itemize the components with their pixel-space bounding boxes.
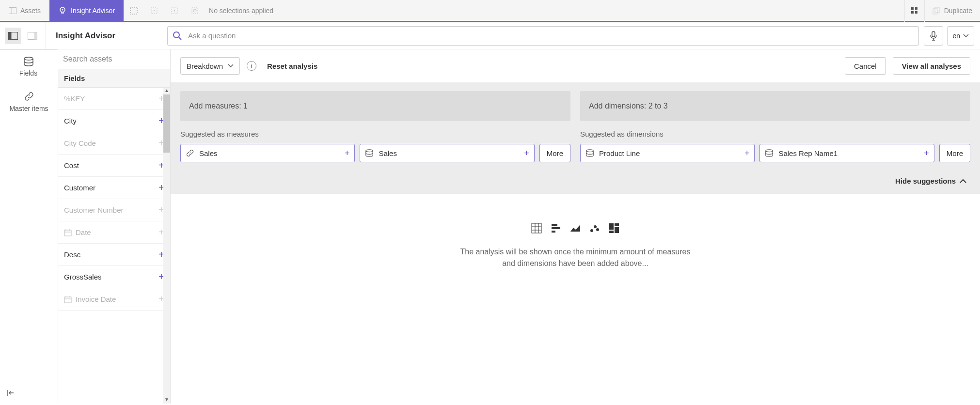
duplicate-icon xyxy=(933,7,940,15)
panel-toggle-group xyxy=(0,22,46,49)
svg-rect-29 xyxy=(64,297,71,303)
add-dimensions-dropzone[interactable]: Add dimensions: 2 to 3 xyxy=(580,91,970,121)
svg-rect-42 xyxy=(552,227,560,229)
field-row[interactable]: City+ xyxy=(58,110,170,132)
panel-left-icon xyxy=(8,32,18,40)
view-all-analyses-button[interactable]: View all analyses xyxy=(893,57,970,75)
duplicate-label: Duplicate xyxy=(944,7,972,15)
more-measures-button[interactable]: More xyxy=(539,144,570,162)
rail-master-items-label: Master items xyxy=(9,105,48,112)
field-label: Customer xyxy=(64,184,95,192)
suggestion-chip[interactable]: Sales Rep Name1+ xyxy=(759,144,934,162)
info-icon[interactable]: i xyxy=(247,61,256,71)
field-row[interactable]: Invoice Date+ xyxy=(58,288,170,311)
language-label: en xyxy=(952,32,960,40)
field-label: Date xyxy=(64,228,91,236)
duplicate-button[interactable]: Duplicate xyxy=(925,0,980,21)
field-label: Desc xyxy=(64,250,80,259)
body: Fields Master items Fields %KEY+City+Cit… xyxy=(0,49,980,404)
asset-type-rail: Fields Master items xyxy=(0,49,58,404)
sub-toolbar: Insight Advisor en xyxy=(0,22,980,49)
selection-tool-icon[interactable] xyxy=(124,0,144,22)
chevron-down-icon xyxy=(228,64,234,68)
svg-rect-36 xyxy=(532,223,541,233)
database-icon xyxy=(365,149,374,157)
table-icon xyxy=(531,223,542,234)
analysis-type-dropdown[interactable]: Breakdown xyxy=(180,57,240,75)
hide-suggestions-label: Hide suggestions xyxy=(895,177,956,185)
hide-suggestions-toggle[interactable]: Hide suggestions xyxy=(171,171,980,194)
grid-view-icon[interactable] xyxy=(904,0,925,22)
page-title: Insight Advisor xyxy=(46,31,162,41)
chip-label: Sales xyxy=(379,149,519,157)
rail-tab-fields[interactable]: Fields xyxy=(0,49,58,84)
database-icon xyxy=(23,57,34,66)
step-forward-icon[interactable] xyxy=(164,0,185,22)
field-row[interactable]: City Code+ xyxy=(58,132,170,155)
analysis-controls: Breakdown i Reset analysis Cancel View a… xyxy=(171,49,980,82)
scrollbar-track[interactable]: ▲ ▼ xyxy=(163,88,170,404)
svg-rect-25 xyxy=(64,230,71,236)
svg-point-46 xyxy=(596,228,599,231)
insight-advisor-tab[interactable]: Insight Advisor xyxy=(49,0,124,21)
database-icon xyxy=(585,149,594,157)
field-label: GrossSales xyxy=(64,273,102,281)
clear-selections-icon[interactable] xyxy=(185,0,205,22)
field-row[interactable]: %KEY+ xyxy=(58,88,170,110)
link-icon xyxy=(24,91,34,102)
chip-label: Sales Rep Name1 xyxy=(778,149,919,157)
field-row[interactable]: Customer+ xyxy=(58,177,170,199)
assets-search-input[interactable] xyxy=(62,54,166,64)
panel-icon xyxy=(9,7,16,14)
field-row[interactable]: GrossSales+ xyxy=(58,266,170,288)
cancel-button[interactable]: Cancel xyxy=(845,57,886,75)
link-icon xyxy=(186,149,194,157)
assets-list: %KEY+City+City Code+Cost+Customer+Custom… xyxy=(58,88,170,404)
svg-point-33 xyxy=(366,150,373,152)
rail-tab-master-items[interactable]: Master items xyxy=(0,84,58,119)
add-chip-button[interactable]: + xyxy=(924,148,929,158)
field-row[interactable]: Cost+ xyxy=(58,155,170,177)
add-chip-button[interactable]: + xyxy=(345,148,350,158)
reset-analysis-button[interactable]: Reset analysis xyxy=(263,62,321,70)
bar-chart-icon xyxy=(551,223,561,234)
scrollbar-thumb[interactable] xyxy=(163,94,170,153)
more-dimensions-button[interactable]: More xyxy=(939,144,970,162)
language-selector[interactable]: en xyxy=(947,26,974,46)
svg-point-23 xyxy=(24,57,33,60)
scroll-up-arrow[interactable]: ▲ xyxy=(163,88,170,94)
viz-type-icons xyxy=(531,223,619,234)
svg-point-45 xyxy=(594,225,597,228)
main-canvas: Breakdown i Reset analysis Cancel View a… xyxy=(171,49,980,404)
ask-question-search[interactable] xyxy=(167,26,919,46)
field-row[interactable]: Desc+ xyxy=(58,244,170,266)
assets-tab[interactable]: Assets xyxy=(0,0,49,21)
svg-rect-22 xyxy=(932,31,935,37)
microphone-icon xyxy=(930,31,937,41)
svg-rect-17 xyxy=(9,32,12,39)
add-measures-dropzone[interactable]: Add measures: 1 xyxy=(180,91,570,121)
svg-point-20 xyxy=(174,32,179,38)
suggestion-chip[interactable]: Sales+ xyxy=(360,144,534,162)
suggestion-chip[interactable]: Product Line+ xyxy=(580,144,755,162)
microphone-button[interactable] xyxy=(924,26,943,46)
add-chip-button[interactable]: + xyxy=(524,148,529,158)
left-panel-toggle[interactable] xyxy=(5,28,21,44)
suggestion-chip[interactable]: Sales+ xyxy=(180,144,355,162)
collapse-rail-button[interactable] xyxy=(0,382,58,404)
step-back-icon[interactable] xyxy=(144,0,164,22)
assets-panel: Fields %KEY+City+City Code+Cost+Customer… xyxy=(58,49,171,404)
field-label: City xyxy=(64,117,77,125)
right-panel-toggle[interactable] xyxy=(24,28,41,44)
field-label: Invoice Date xyxy=(64,295,116,303)
svg-rect-48 xyxy=(615,223,619,226)
field-row[interactable]: Date+ xyxy=(58,221,170,244)
field-row[interactable]: Customer Number+ xyxy=(58,199,170,221)
svg-rect-4 xyxy=(130,7,137,14)
scroll-down-arrow[interactable]: ▼ xyxy=(163,397,170,404)
ask-question-input[interactable] xyxy=(187,31,918,40)
top-toolbar: Assets Insight Advisor No selections app… xyxy=(0,0,980,22)
add-chip-button[interactable]: + xyxy=(744,148,750,158)
chip-label: Product Line xyxy=(599,149,740,157)
svg-point-35 xyxy=(766,150,773,152)
